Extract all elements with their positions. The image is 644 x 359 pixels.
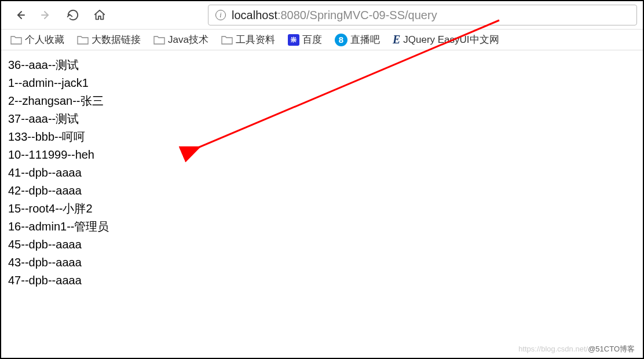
page-content: 36--aaa--测试 1--admin--jack1 2--zhangsan-… xyxy=(1,50,643,295)
data-line: 16--admin1--管理员 xyxy=(8,218,636,236)
data-line: 47--dpb--aaaa xyxy=(8,272,636,290)
forward-button[interactable] xyxy=(38,7,54,23)
zhibo-icon: 8 xyxy=(335,34,347,46)
bookmark-label: 大数据链接 xyxy=(92,33,141,46)
browser-toolbar: i localhost:8080/SpringMVC-09-SS/query xyxy=(1,1,643,30)
data-line: 36--aaa--测试 xyxy=(8,56,636,74)
bookmark-label: 直播吧 xyxy=(350,33,380,46)
bookmark-label: Java技术 xyxy=(168,33,208,46)
back-arrow-icon xyxy=(13,8,27,22)
bookmark-jquery[interactable]: E JQuery EasyUI中文网 xyxy=(393,33,499,46)
bookmark-label: 工具资料 xyxy=(236,33,275,46)
bookmark-tools[interactable]: 工具资料 xyxy=(221,33,275,46)
data-line: 42--dpb--aaaa xyxy=(8,182,636,200)
bookmark-bigdata[interactable]: 大数据链接 xyxy=(77,33,141,46)
watermark-light: https://blog.csdn.net/ xyxy=(518,345,588,353)
data-line: 15--root4--小胖2 xyxy=(8,200,636,218)
address-bar[interactable]: i localhost:8080/SpringMVC-09-SS/query xyxy=(208,5,637,25)
data-line: 10--111999--heh xyxy=(8,146,636,164)
watermark: https://blog.csdn.net/@51CTO博客 xyxy=(518,344,635,354)
reload-button[interactable] xyxy=(65,7,81,23)
jquery-icon: E xyxy=(393,33,400,46)
url-text: localhost:8080/SpringMVC-09-SS/query xyxy=(232,9,437,22)
folder-icon xyxy=(77,35,89,45)
info-icon[interactable]: i xyxy=(215,10,226,20)
reload-icon xyxy=(67,9,79,21)
home-icon xyxy=(93,9,106,21)
bookmark-baidu[interactable]: 崇 百度 xyxy=(288,33,322,46)
folder-icon xyxy=(10,35,22,45)
bookmark-label: 百度 xyxy=(302,33,322,46)
bookmark-zhibo[interactable]: 8 直播吧 xyxy=(335,33,380,46)
folder-icon xyxy=(221,35,233,45)
data-line: 133--bbb--呵呵 xyxy=(8,128,636,146)
data-line: 41--dpb--aaaa xyxy=(8,164,636,182)
data-line: 43--dpb--aaaa xyxy=(8,254,636,272)
folder-icon xyxy=(153,35,165,45)
bookmark-label: JQuery EasyUI中文网 xyxy=(403,33,499,46)
forward-arrow-icon xyxy=(39,8,53,22)
home-button[interactable] xyxy=(92,7,108,23)
data-line: 37--aaa--测试 xyxy=(8,110,636,128)
data-line: 45--dpb--aaaa xyxy=(8,236,636,254)
bookmark-java[interactable]: Java技术 xyxy=(153,33,208,46)
data-line: 1--admin--jack1 xyxy=(8,74,636,92)
back-button[interactable] xyxy=(12,7,28,23)
data-line: 2--zhangsan--张三 xyxy=(8,92,636,110)
bookmark-label: 个人收藏 xyxy=(25,33,64,46)
bookmarks-bar: 个人收藏 大数据链接 Java技术 工具资料 崇 百度 8 直播吧 E JQue… xyxy=(1,30,643,50)
watermark-dark: @51CTO博客 xyxy=(588,345,635,353)
bookmark-personal[interactable]: 个人收藏 xyxy=(10,33,64,46)
url-path: :8080/SpringMVC-09-SS/query xyxy=(277,9,437,21)
nav-buttons xyxy=(7,7,112,23)
baidu-icon: 崇 xyxy=(288,34,299,46)
url-host: localhost xyxy=(232,9,277,21)
